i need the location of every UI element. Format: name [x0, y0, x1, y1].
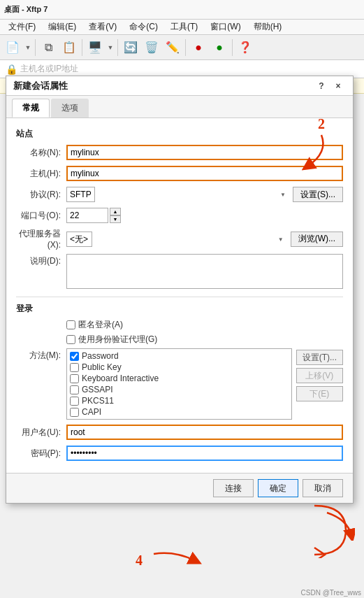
protocol-label: 协议(R):	[16, 189, 66, 201]
tab-general[interactable]: 常规	[12, 99, 50, 118]
auth-agent-row: 使用身份验证代理(G)	[66, 334, 343, 346]
protocol-row: 协议(R): SFTP 设置(S)...	[16, 186, 343, 203]
port-control-row: ▲ ▼	[66, 208, 121, 223]
menu-edit[interactable]: 编辑(E)	[43, 20, 82, 34]
method-password-label: Password	[82, 351, 119, 361]
dialog-title: 新建会话属性	[13, 80, 312, 92]
desc-textarea[interactable]	[66, 254, 343, 289]
new-session-btn[interactable]: 📄	[3, 38, 22, 57]
annotation-curly-3	[307, 502, 356, 558]
method-gssapi: GSSAPI	[70, 384, 289, 395]
name-field-wrapper	[66, 145, 343, 160]
password-input[interactable]	[66, 446, 343, 461]
anon-row: 匿名登录(A)	[66, 319, 343, 331]
method-keyboard-checkbox[interactable]	[70, 374, 79, 383]
dialog-titlebar: 新建会话属性 ? ×	[6, 76, 353, 96]
annotation-arrow-4	[147, 547, 210, 575]
dialog-close-button[interactable]: ×	[330, 78, 346, 94]
port-input[interactable]	[66, 208, 108, 223]
toolbar: 📄 ▼ ⧉ 📋 🖥️ ▼ 🔄 🗑️ ✏️ ● ● ❓	[0, 35, 364, 60]
proxy-browse-btn[interactable]: 浏览(W)...	[291, 232, 343, 247]
proxy-select[interactable]: <无>	[66, 232, 92, 247]
protocol-settings-btn[interactable]: 设置(S)...	[293, 187, 343, 202]
paste-btn[interactable]: 📋	[59, 38, 79, 57]
toolbar-sep-5	[232, 39, 233, 56]
method-pkcs11-label: PKCS11	[82, 396, 114, 406]
username-label: 用户名(U):	[16, 427, 66, 439]
menu-command[interactable]: 命令(C)	[124, 20, 163, 34]
anon-checkbox[interactable]	[66, 320, 75, 329]
method-capi-label: CAPI	[82, 407, 101, 417]
proxy-select-wrapper: <无>	[66, 232, 286, 247]
menu-help[interactable]: 帮助(H)	[248, 20, 288, 34]
password-field-wrapper	[66, 446, 343, 461]
menu-view[interactable]: 查看(V)	[83, 20, 122, 34]
dialog-footer: 连接 确定 取消	[6, 473, 353, 503]
sync-btn[interactable]: 🔄	[121, 38, 140, 57]
help-btn[interactable]: ❓	[235, 38, 255, 57]
cancel-btn[interactable]: 取消	[303, 479, 343, 497]
connect-btn-footer[interactable]: 连接	[213, 479, 254, 497]
annotation-arrow-3	[313, 509, 355, 541]
dialog-content: 站点 名称(N): 主机(H): 协议(R): SFTP	[6, 118, 353, 473]
protocol-select-row: SFTP 设置(S)...	[66, 187, 343, 202]
ok-btn[interactable]: 确定	[258, 479, 298, 497]
bottom-credit: CSDN @Tree_wws	[301, 589, 361, 597]
auth-methods-list: Password Public Key Keyboard Interactive…	[66, 348, 292, 420]
proxy-select-row: <无> 浏览(W)...	[66, 232, 343, 247]
menu-window[interactable]: 窗口(W)	[205, 20, 246, 34]
password-label: 密码(P):	[16, 448, 66, 460]
name-row: 名称(N):	[16, 144, 343, 161]
auth-agent-checkbox[interactable]	[66, 335, 75, 344]
method-pkcs11: PKCS11	[70, 395, 289, 406]
host-input[interactable]	[66, 166, 343, 181]
name-input[interactable]	[66, 145, 343, 160]
new-session-dropdown[interactable]: ▼	[24, 38, 32, 57]
tab-options[interactable]: 选项	[51, 99, 89, 118]
method-password-checkbox[interactable]	[70, 352, 79, 361]
method-pubkey-label: Public Key	[82, 362, 122, 372]
method-down-btn[interactable]: 下(E)	[296, 386, 343, 401]
address-placeholder: 主机名或IP地址	[20, 63, 78, 75]
copy-btn[interactable]: ⧉	[38, 38, 58, 57]
method-keyboard-interactive: Keyboard Interactive	[70, 373, 289, 384]
port-down-btn[interactable]: ▼	[110, 215, 121, 223]
desc-label: 说明(D):	[16, 254, 66, 267]
auth-methods-row: 方法(M): Password Public Key Keyboard Inte…	[16, 348, 343, 420]
dialog-tabs: 常规 选项	[6, 96, 353, 118]
menu-tools[interactable]: 工具(T)	[165, 20, 203, 34]
protocol-select-wrapper: SFTP	[66, 187, 289, 202]
toolbar-sep-4	[185, 39, 186, 56]
method-settings-btn[interactable]: 设置(T)...	[296, 350, 343, 365]
taskbar: 桌面 - Xftp 7	[0, 0, 364, 20]
method-up-btn[interactable]: 上移(V)	[296, 368, 343, 383]
login-section-label: 登录	[16, 303, 343, 315]
dialog-help-button[interactable]: ?	[314, 78, 329, 94]
name-label: 名称(N):	[16, 147, 66, 159]
protocol-select[interactable]: SFTP	[66, 187, 95, 202]
method-capi-checkbox[interactable]	[70, 408, 79, 417]
menubar: 文件(F) 编辑(E) 查看(V) 命令(C) 工具(T) 窗口(W) 帮助(H…	[0, 20, 364, 35]
menu-file[interactable]: 文件(F)	[3, 20, 41, 34]
username-input[interactable]	[66, 425, 343, 440]
anon-label: 匿名登录(A)	[78, 319, 123, 331]
new-session-dialog: 新建会话属性 ? × 常规 选项 站点 名称(N): 主机(H): 协议(R):	[6, 76, 354, 504]
method-gssapi-checkbox[interactable]	[70, 385, 79, 394]
method-pkcs11-checkbox[interactable]	[70, 397, 79, 406]
rename-btn[interactable]: ✏️	[163, 38, 182, 57]
red-icon-btn[interactable]: ●	[189, 38, 208, 57]
host-label: 主机(H):	[16, 168, 66, 180]
proxy-label: 代理服务器(X):	[16, 228, 66, 250]
username-field-wrapper	[66, 425, 343, 440]
annotation-num-4: 4	[136, 553, 143, 569]
method-pubkey-checkbox[interactable]	[70, 363, 79, 372]
green-icon-btn[interactable]: ●	[210, 38, 229, 57]
delete-btn[interactable]: 🗑️	[142, 38, 161, 57]
method-gssapi-label: GSSAPI	[82, 385, 113, 394]
method-label: 方法(M):	[16, 348, 66, 362]
method-capi: CAPI	[70, 406, 289, 418]
port-up-btn[interactable]: ▲	[110, 208, 121, 215]
port-spinner: ▲ ▼	[110, 208, 121, 223]
connect-dropdown[interactable]: ▼	[106, 38, 115, 57]
connect-btn[interactable]: 🖥️	[85, 38, 105, 57]
